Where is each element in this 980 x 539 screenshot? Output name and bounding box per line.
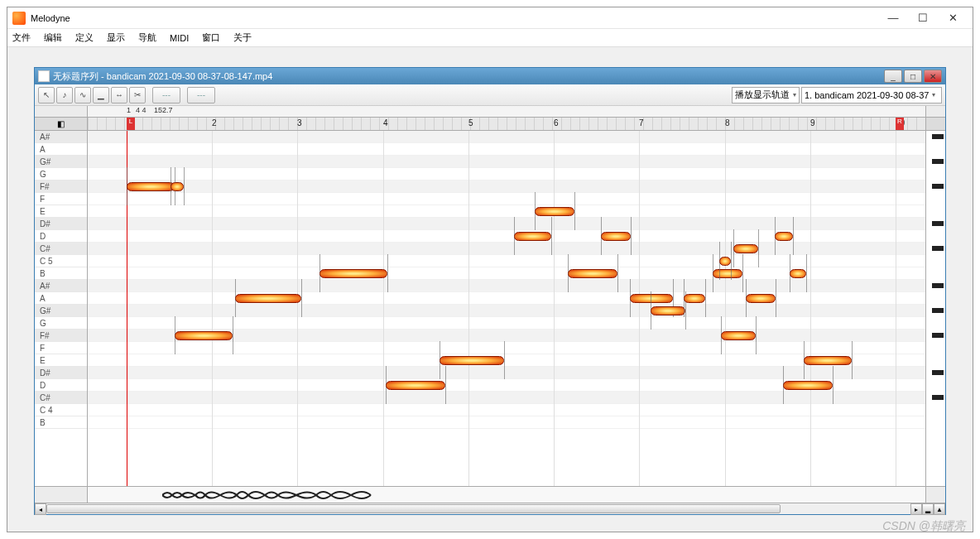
pitch-label: E [35, 205, 87, 218]
watermark: CSDN @韩曙亮 [882, 519, 965, 534]
waveform-icon [162, 488, 377, 502]
pitch-label: C 4 [35, 404, 87, 416]
note-blob[interactable] [175, 331, 233, 340]
tool-separate[interactable]: ✂ [129, 87, 146, 103]
black-key-icon [932, 159, 944, 164]
black-key-icon [932, 395, 944, 400]
tool-extra-a[interactable]: --- [152, 87, 180, 103]
scroll-thumb[interactable] [46, 504, 781, 513]
chevron-down-icon: ▾ [932, 91, 935, 99]
doc-close-button[interactable]: ✕ [924, 70, 942, 83]
timesig[interactable]: 4 4 [136, 106, 147, 114]
pitch-label: B [35, 416, 87, 429]
note-editor[interactable]: A#AG#GF#FED#DC#C 5BA#AG#GF#FED#DC#C 4B [35, 131, 945, 486]
tool-time[interactable]: ↔ [111, 87, 127, 103]
zoom-out-button[interactable]: ▂ [922, 503, 934, 515]
note-blob[interactable] [630, 294, 673, 303]
black-key-icon [932, 184, 944, 189]
pitch-label: E [35, 354, 87, 367]
black-key-icon [932, 221, 944, 226]
note-blob[interactable] [127, 182, 175, 191]
black-key-icon [932, 246, 944, 251]
note-blob[interactable] [713, 269, 742, 278]
menu-navigate[interactable]: 导航 [138, 31, 156, 44]
h-scrollbar[interactable]: ◂ ▸ ▂ ▲ [35, 503, 945, 514]
note-blob[interactable] [719, 257, 731, 266]
note-blob[interactable] [790, 269, 806, 278]
note-blob[interactable] [568, 269, 617, 278]
note-blob[interactable] [684, 294, 705, 303]
right-marker[interactable]: R [896, 118, 904, 130]
menu-window[interactable]: 窗口 [202, 31, 220, 44]
pitch-label: D [35, 230, 87, 243]
pitch-label: C# [35, 392, 87, 404]
zoom-in-button[interactable]: ▲ [934, 503, 945, 515]
pitch-label: A# [35, 280, 87, 292]
pitch-label: F [35, 193, 87, 205]
track-display-select[interactable]: 播放显示轨道 ▾ [732, 87, 800, 103]
tool-amplitude[interactable]: ▁ [93, 87, 109, 103]
menu-display[interactable]: 显示 [107, 31, 125, 44]
pitch-column: A#AG#GF#FED#DC#C 5BA#AG#GF#FED#DC#C 4B [35, 131, 88, 486]
pitch-label: D [35, 379, 87, 392]
pitch-label: G [35, 317, 87, 330]
black-key-icon [932, 283, 944, 288]
scroll-left-button[interactable]: ◂ [35, 503, 46, 515]
left-marker[interactable]: L [127, 118, 135, 130]
pitch-label: F# [35, 180, 87, 193]
app-title: Melodyne [31, 13, 878, 23]
scroll-right-button[interactable]: ▸ [910, 503, 922, 515]
pitch-label: G [35, 168, 87, 180]
doc-maximize-button[interactable]: □ [904, 70, 922, 83]
pitch-label: A# [35, 131, 87, 143]
ruler-corner-icon: ◧ [35, 118, 88, 130]
overview-waveform[interactable] [35, 486, 945, 503]
doc-minimize-button[interactable]: _ [884, 70, 902, 83]
tempo[interactable]: 152.7 [154, 106, 173, 114]
pitch-label: B [35, 267, 87, 280]
track-select[interactable]: 1. bandicam 2021-09-30 08-37 ▾ [801, 87, 942, 103]
note-blob[interactable] [746, 294, 776, 303]
note-blob[interactable] [651, 306, 685, 315]
pitch-label: F# [35, 330, 87, 342]
pitch-label: A [35, 143, 87, 156]
note-blob[interactable] [440, 356, 504, 365]
menu-about[interactable]: 关于 [233, 31, 252, 44]
note-blob[interactable] [535, 207, 574, 216]
ruler[interactable]: ◧ 12345678910LR [35, 118, 945, 131]
close-button[interactable]: ✕ [938, 10, 968, 26]
note-blob[interactable] [235, 294, 301, 303]
maximize-button[interactable]: ☐ [908, 10, 938, 26]
note-blob[interactable] [733, 244, 758, 253]
note-blob[interactable] [319, 269, 387, 278]
tool-pointer[interactable]: ↖ [38, 87, 55, 103]
note-area[interactable] [88, 131, 925, 486]
doc-titlebar: 无标题序列 - bandicam 2021-09-30 08-37-08-147… [35, 68, 945, 84]
note-blob[interactable] [514, 232, 551, 241]
note-blob[interactable] [804, 356, 852, 365]
signature-strip: 1 4 4 152.7 [35, 106, 945, 118]
note-blob[interactable] [601, 232, 631, 241]
note-blob[interactable] [386, 381, 445, 390]
note-blob[interactable] [171, 182, 184, 191]
minimize-button[interactable]: — [878, 10, 908, 26]
menu-midi[interactable]: MIDI [170, 33, 189, 43]
pitch-label: G# [35, 305, 87, 317]
note-blob[interactable] [721, 331, 756, 340]
black-key-icon [932, 134, 944, 139]
tool-pitch[interactable]: ♪ [56, 87, 73, 103]
pitch-label: G# [35, 156, 87, 168]
bar-label: 6 [554, 118, 559, 128]
black-key-icon [932, 333, 944, 338]
tool-formant[interactable]: ∿ [74, 87, 91, 103]
menu-edit[interactable]: 编辑 [44, 31, 62, 44]
menu-file[interactable]: 文件 [12, 31, 31, 44]
pitch-label: D# [35, 218, 87, 230]
bar-label: 7 [639, 118, 644, 128]
note-blob[interactable] [775, 232, 793, 241]
doc-title: 无标题序列 - bandicam 2021-09-30 08-37-08-147… [53, 70, 884, 83]
note-blob[interactable] [783, 381, 833, 390]
tool-extra-b[interactable]: --- [187, 87, 215, 103]
menu-define[interactable]: 定义 [75, 31, 94, 44]
black-key-icon [932, 308, 944, 313]
